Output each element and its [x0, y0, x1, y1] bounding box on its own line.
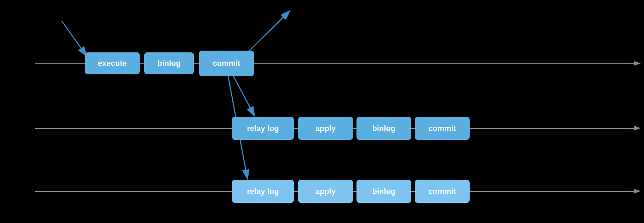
binlog3-box: binlog: [356, 180, 411, 203]
relaylog3-box: relay log: [232, 180, 294, 203]
apply2-box: apply: [298, 117, 353, 140]
svg-line-4: [233, 76, 255, 116]
execute-box: execute: [85, 52, 140, 74]
svg-line-2: [62, 21, 87, 56]
binlog2-box: binlog: [356, 117, 411, 140]
apply3-box: apply: [298, 180, 353, 203]
relaylog2-box: relay log: [232, 117, 294, 140]
svg-line-3: [248, 11, 290, 52]
commit3-box: commit: [415, 180, 470, 203]
commit2-box: commit: [415, 117, 470, 140]
binlog1-box: binlog: [144, 52, 194, 74]
diagram: execute binlog commit relay log apply bi…: [0, 0, 644, 223]
commit1-box: commit: [199, 51, 254, 76]
